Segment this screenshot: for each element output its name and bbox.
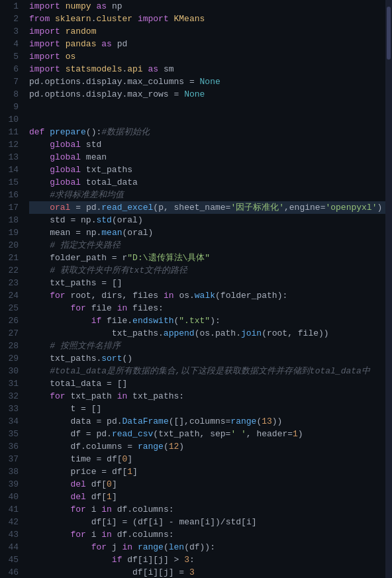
line-num-3: 3: [3, 25, 19, 38]
line-num-27: 27: [3, 327, 19, 340]
line-num-20: 20: [3, 239, 19, 252]
code-line-21: folder_path = r"D:\遗传算法\具体": [29, 252, 385, 264]
code-line-25: for file in files:: [29, 302, 385, 314]
code-line-35: df = pd.read_csv(txt_path, sep=' ', head…: [29, 428, 385, 440]
code-line-26: if file.endswith(".txt"):: [29, 314, 385, 327]
line-num-16: 16: [3, 189, 19, 201]
code-line-13: global mean: [29, 151, 385, 164]
line-num-22: 22: [3, 264, 19, 277]
line-num-33: 33: [3, 403, 19, 415]
line-num-32: 32: [3, 390, 19, 403]
code-line-42: df[i] = (df[i] - mean[i])/std[i]: [29, 516, 385, 528]
code-line-2: from sklearn.cluster import KMeans: [29, 13, 385, 25]
code-line-18: std = np.std(oral): [29, 214, 385, 226]
code-line-34: data = pd.DataFrame([],columns=range(13)…: [29, 415, 385, 428]
code-line-28: # 按照文件名排序: [29, 340, 385, 352]
line-num-19: 19: [3, 226, 19, 239]
line-num-26: 26: [3, 314, 19, 327]
line-num-34: 34: [3, 415, 19, 428]
code-line-45: if df[i][j] > 3:: [29, 554, 385, 566]
code-line-24: for root, dirs, files in os.walk(folder_…: [29, 289, 385, 302]
line-num-29: 29: [3, 352, 19, 365]
code-line-41: for i in df.columns:: [29, 503, 385, 516]
line-num-5: 5: [3, 50, 19, 63]
line-num-8: 8: [3, 88, 19, 101]
code-line-6: import statsmodels.api as sm: [29, 63, 385, 75]
line-num-10: 10: [3, 113, 19, 126]
code-line-14: global txt_paths: [29, 164, 385, 176]
line-num-36: 36: [3, 440, 19, 453]
line-num-37: 37: [3, 453, 19, 465]
line-num-18: 18: [3, 214, 19, 226]
code-line-19: mean = np.mean(oral): [29, 226, 385, 239]
line-num-12: 12: [3, 138, 19, 151]
line-num-31: 31: [3, 377, 19, 390]
code-line-5: import os: [29, 50, 385, 63]
code-line-27: txt_paths.append(os.path.join(root, file…: [29, 327, 385, 340]
code-line-44: for j in range(len(df)):: [29, 541, 385, 554]
code-line-12: global std: [29, 138, 385, 151]
line-num-41: 41: [3, 503, 19, 516]
line-num-21: 21: [3, 252, 19, 264]
code-line-8: pd.options.display.max_rows = None: [29, 88, 385, 101]
line-num-38: 38: [3, 465, 19, 478]
code-line-46: df[i][j] = 3: [29, 566, 385, 578]
code-line-3: import random: [29, 25, 385, 38]
line-num-40: 40: [3, 491, 19, 503]
scrollbar-thumb[interactable]: [387, 7, 391, 60]
code-line-43: for i in df.columns:: [29, 528, 385, 541]
code-line-15: global total_data: [29, 176, 385, 189]
line-num-46: 46: [3, 566, 19, 578]
line-numbers: 1 2 3 4 5 6 7 8 9 10 11 12 13 14 15 16 1…: [0, 0, 24, 578]
code-line-10: [29, 113, 385, 126]
line-num-35: 35: [3, 428, 19, 440]
code-line-23: txt_paths = []: [29, 277, 385, 289]
code-editor: 1 2 3 4 5 6 7 8 9 10 11 12 13 14 15 16 1…: [0, 0, 392, 578]
code-line-29: txt_paths.sort(): [29, 352, 385, 365]
line-num-17: 17: [3, 201, 19, 214]
code-line-22: # 获取文件夹中所有txt文件的路径: [29, 264, 385, 277]
code-line-7: pd.options.display.max_columns = None: [29, 75, 385, 88]
line-num-42: 42: [3, 516, 19, 528]
scrollbar-track[interactable]: [385, 0, 392, 578]
line-num-43: 43: [3, 528, 19, 541]
line-num-11: 11: [3, 126, 19, 138]
code-line-40: del df[1]: [29, 491, 385, 503]
line-num-23: 23: [3, 277, 19, 289]
line-num-44: 44: [3, 541, 19, 554]
line-num-6: 6: [3, 63, 19, 75]
code-line-32: for txt_path in txt_paths:: [29, 390, 385, 403]
line-num-9: 9: [3, 101, 19, 113]
line-num-1: 1: [3, 0, 19, 13]
code-line-38: price = df[1]: [29, 465, 385, 478]
code-line-20: # 指定文件夹路径: [29, 239, 385, 252]
code-line-31: total_data = []: [29, 377, 385, 390]
line-num-30: 30: [3, 365, 19, 377]
line-num-13: 13: [3, 151, 19, 164]
code-line-11: def prepare():#数据初始化: [29, 126, 385, 138]
code-line-16: #求得标准差和均值: [29, 189, 385, 201]
line-num-45: 45: [3, 554, 19, 566]
line-num-39: 39: [3, 478, 19, 491]
code-line-36: df.columns = range(12): [29, 440, 385, 453]
line-num-28: 28: [3, 340, 19, 352]
line-num-4: 4: [3, 38, 19, 50]
code-line-9: [29, 101, 385, 113]
line-num-25: 25: [3, 302, 19, 314]
line-num-15: 15: [3, 176, 19, 189]
code-line-30: #total_data是所有数据的集合,以下这段是获取数据文件并存储到total…: [29, 365, 385, 377]
code-line-37: time = df[0]: [29, 453, 385, 465]
code-line-33: t = []: [29, 403, 385, 415]
code-line-39: del df[0]: [29, 478, 385, 491]
code-line-1: import numpy as np: [29, 0, 385, 13]
line-num-2: 2: [3, 13, 19, 25]
line-num-14: 14: [3, 164, 19, 176]
line-num-24: 24: [3, 289, 19, 302]
code-line-17: oral = pd.read_excel(p, sheet_name='因子标准…: [29, 201, 385, 214]
code-body[interactable]: import numpy as np from sklearn.cluster …: [24, 0, 385, 578]
line-num-7: 7: [3, 75, 19, 88]
code-line-4: import pandas as pd: [29, 38, 385, 50]
